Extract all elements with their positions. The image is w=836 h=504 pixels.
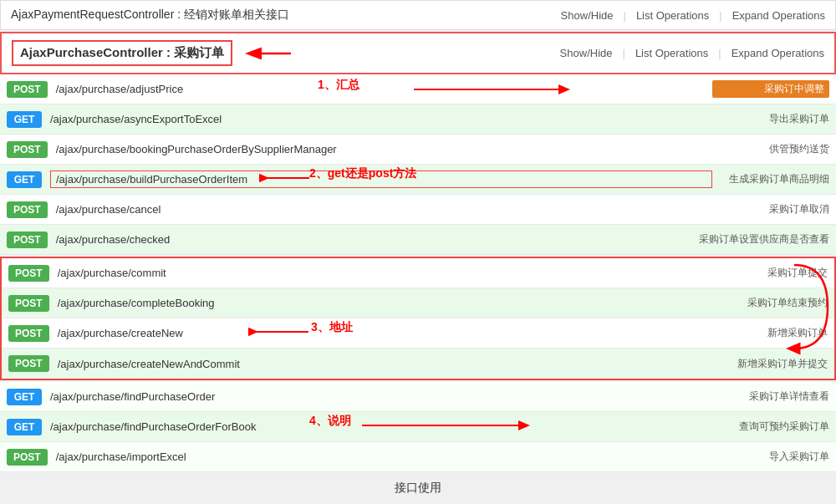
table-row[interactable]: GET /ajax/purchase/findPurchaseOrder 采购订… — [0, 382, 836, 412]
main-controller-bar: AjaxPurchaseController : 采购订单 Show/Hide … — [0, 32, 836, 74]
op-desc: 采购订中调整 — [712, 80, 829, 98]
table-row[interactable]: POST /ajax/purchase/adjustPrice 1、汇总 采购订… — [0, 74, 836, 104]
op-path: /ajax/purchase/importExcel — [56, 451, 712, 463]
table-row[interactable]: POST /ajax/purchase/completeBooking 采购订单… — [2, 288, 834, 318]
content-area: POST /ajax/purchase/adjustPrice 1、汇总 采购订… — [0, 74, 836, 472]
prev-controller-name: AjaxPaymentRequestController — [11, 8, 174, 21]
arrow-annot3 — [248, 323, 315, 341]
table-row[interactable]: POST /ajax/purchase/importExcel 导入采购订单 — [0, 442, 836, 472]
method-badge-post: POST — [7, 232, 48, 248]
prev-list-operations-link[interactable]: List Operations — [636, 9, 709, 22]
prev-controller-bar: AjaxPaymentRequestController : 经销对账单相关接口… — [0, 0, 836, 30]
op-desc: 新增采购订单 — [711, 326, 828, 340]
method-badge-post: POST — [7, 201, 48, 218]
table-row[interactable]: POST /ajax/purchase/bookingPurchaseOrder… — [0, 135, 836, 165]
op-path: /ajax/purchase/commit — [58, 267, 711, 279]
table-row[interactable]: GET /ajax/purchase/findPurchaseOrderForB… — [0, 412, 836, 442]
op-desc: 采购订单设置供应商是否查看 — [699, 232, 829, 247]
op-desc: 采购订单取消 — [712, 202, 829, 216]
op-desc: 新增采购订单并提交 — [711, 357, 828, 371]
op-path: /ajax/purchase/findPurchaseOrder — [50, 390, 712, 403]
main-controller-subtitle: 采购订单 — [174, 45, 224, 59]
table-row[interactable]: GET /ajax/purchase/asyncExportToExcel 导出… — [0, 104, 836, 135]
arrow-annot2 — [259, 170, 318, 186]
main-controller-title-box: AjaxPurchaseController : 采购订单 — [12, 40, 232, 66]
op-path: /ajax/purchase/checked — [56, 233, 699, 246]
op-desc: 采购订单提交 — [711, 266, 828, 280]
arrow-to-title — [242, 43, 293, 64]
prev-expand-operations-link[interactable]: Expand Operations — [732, 9, 825, 22]
table-row[interactable]: POST /ajax/purchase/checked 采购订单设置供应商是否查… — [0, 225, 836, 255]
op-path: /ajax/purchase/createNewAndCommit — [58, 358, 711, 370]
grouped-operations-box: POST /ajax/purchase/commit 采购订单提交 POST /… — [0, 257, 836, 380]
bottom-note-text: 接口使用 — [395, 481, 441, 494]
op-desc: 导出采购订单 — [712, 112, 829, 126]
bottom-note: 接口使用 — [0, 472, 836, 504]
op-desc: 导入采购订单 — [712, 450, 829, 464]
prev-controller-actions: Show/Hide | List Operations | Expand Ope… — [561, 9, 825, 22]
arrow-annot1 — [368, 81, 577, 98]
table-row[interactable]: POST /ajax/purchase/cancel 采购订单取消 — [0, 195, 836, 225]
method-badge-get: GET — [7, 419, 42, 435]
method-badge-post: POST — [8, 325, 49, 342]
annotation-1: 1、汇总 — [318, 78, 359, 93]
prev-controller-subtitle: 经销对账单相关接口 — [184, 8, 289, 21]
method-badge-post: POST — [7, 449, 48, 466]
method-badge-get: GET — [7, 111, 42, 128]
main-expand-operations-link[interactable]: Expand Operations — [732, 47, 824, 59]
annotation-2: 2、get还是post方法 — [309, 166, 416, 181]
main-list-operations-link[interactable]: List Operations — [635, 47, 708, 59]
method-badge-post: POST — [7, 141, 48, 158]
op-path: /ajax/purchase/cancel — [56, 203, 712, 216]
op-desc: 供管预约送货 — [712, 142, 829, 156]
annotation-4: 4、说明 — [309, 414, 351, 429]
table-row[interactable]: POST /ajax/purchase/commit 采购订单提交 — [2, 258, 834, 288]
op-desc: 生成采购订单商品明细 — [712, 172, 829, 186]
main-controller-name: AjaxPurchaseController — [20, 45, 163, 59]
op-path: /ajax/purchase/bookingPurchaseOrderBySup… — [56, 143, 712, 155]
method-badge-post: POST — [7, 81, 48, 98]
op-desc: 采购订单结束预约 — [711, 296, 828, 310]
op-desc: 查询可预约采购订单 — [712, 420, 829, 434]
method-badge-post: POST — [8, 265, 49, 282]
table-row[interactable]: POST /ajax/purchase/createNew 3、地址 新增采购订… — [2, 318, 834, 349]
op-path: /ajax/purchase/createNew — [58, 327, 711, 339]
table-row[interactable]: GET /ajax/purchase/buildPurchaseOrderIte… — [0, 165, 836, 195]
op-desc: 采购订单详情查看 — [712, 389, 829, 404]
annotation-3: 3、地址 — [311, 320, 353, 335]
prev-show-hide-link[interactable]: Show/Hide — [561, 9, 614, 22]
op-path: /ajax/purchase/asyncExportToExcel — [50, 113, 712, 125]
method-badge-get: GET — [7, 171, 42, 188]
arrow-annot4 — [355, 416, 539, 435]
operations-list: POST /ajax/purchase/adjustPrice 1、汇总 采购订… — [0, 74, 836, 472]
method-badge-get: GET — [7, 389, 42, 405]
main-controller-actions: Show/Hide | List Operations | Expand Ope… — [560, 47, 824, 59]
main-show-hide-link[interactable]: Show/Hide — [560, 47, 613, 59]
page-wrapper: AjaxPaymentRequestController : 经销对账单相关接口… — [0, 0, 836, 504]
table-row[interactable]: POST /ajax/purchase/createNewAndCommit 新… — [2, 349, 834, 379]
op-path: /ajax/purchase/completeBooking — [58, 297, 711, 309]
prev-controller-title: AjaxPaymentRequestController : 经销对账单相关接口 — [11, 8, 289, 23]
method-badge-post: POST — [8, 355, 49, 372]
method-badge-post: POST — [8, 295, 49, 312]
